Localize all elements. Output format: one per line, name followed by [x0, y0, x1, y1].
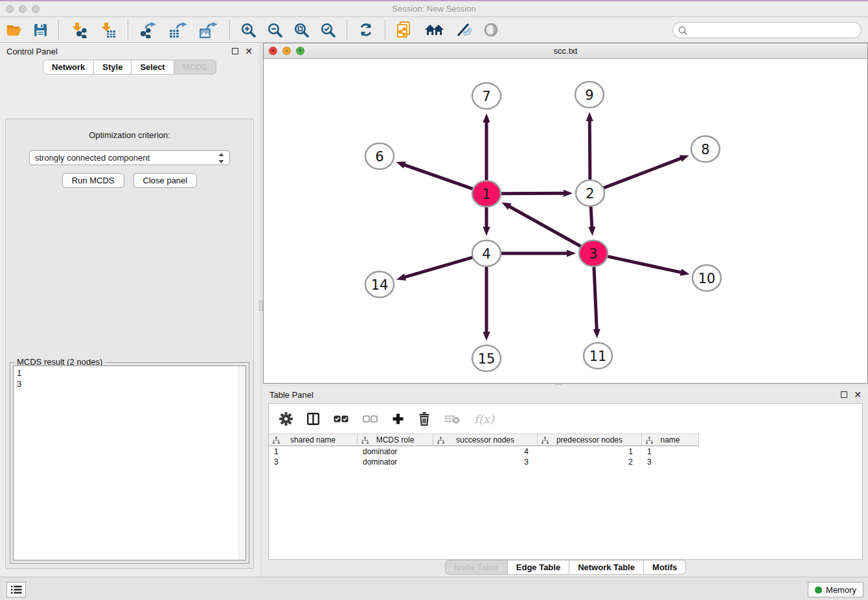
table-tab-node-table[interactable]: Node Table	[445, 560, 508, 575]
graph-node-6[interactable]: 6	[365, 143, 394, 169]
table-tabs: Node TableEdge TableNetwork TableMotifs	[263, 560, 868, 575]
zoom-out-icon[interactable]	[262, 19, 288, 41]
graph-node-1[interactable]: 1	[472, 181, 501, 207]
graph-edge-4-14[interactable]	[396, 257, 473, 281]
open-folder-icon[interactable]	[0, 19, 28, 41]
graph-node-15[interactable]: 15	[472, 345, 501, 371]
table-panel-title: Table Panel	[269, 390, 841, 400]
select-all-icon[interactable]	[334, 415, 348, 422]
delete-icon[interactable]	[418, 412, 430, 426]
list-icon	[11, 585, 22, 594]
mcds-result-text[interactable]: 1 3	[13, 365, 246, 560]
table-row[interactable]: 1dominator411	[269, 446, 862, 457]
float-panel-icon[interactable]	[841, 391, 847, 398]
graph-edge-3-1[interactable]	[502, 202, 581, 246]
new-network-from-selection-icon[interactable]	[391, 19, 418, 41]
table-tab-motifs[interactable]: Motifs	[644, 560, 686, 575]
graph-edge-1-6[interactable]	[396, 161, 473, 189]
search-input[interactable]	[691, 25, 861, 35]
columns-icon[interactable]	[307, 413, 319, 425]
graph-node-3[interactable]: 3	[579, 240, 608, 266]
zoom-selected-icon[interactable]	[315, 19, 341, 41]
graph-node-14[interactable]: 14	[365, 271, 394, 297]
graph-edge-3-11[interactable]	[593, 268, 600, 338]
column-header-shared-name[interactable]: shared name	[269, 434, 358, 445]
cell-predecessor-nodes[interactable]: 2	[538, 457, 642, 467]
graph-edge-2-9[interactable]	[586, 112, 593, 179]
svg-text:4: 4	[482, 246, 490, 262]
memory-button[interactable]: Memory	[808, 582, 863, 597]
home-icon[interactable]	[418, 19, 450, 41]
cell-shared-name[interactable]: 1	[269, 446, 358, 457]
column-header-predecessor-nodes[interactable]: predecessor nodes	[538, 434, 642, 445]
cell-successor-nodes[interactable]: 3	[433, 457, 538, 467]
cell-predecessor-nodes[interactable]: 1	[538, 446, 642, 457]
float-panel-icon[interactable]	[232, 48, 238, 54]
graph-node-7[interactable]: 7	[472, 83, 501, 109]
column-header-MCDS-role[interactable]: MCDS role	[358, 434, 433, 445]
graph-node-8[interactable]: 8	[691, 136, 720, 162]
graph-edge-1-4[interactable]	[483, 208, 490, 236]
optimization-criterion-select[interactable]: strongly connected component	[29, 150, 230, 165]
result-scrollbar[interactable]	[238, 366, 246, 560]
graph-edge-1-2[interactable]	[501, 190, 573, 197]
optimization-criterion-value: strongly connected component	[35, 153, 150, 163]
graph-node-11[interactable]: 11	[584, 343, 612, 369]
graph-node-10[interactable]: 10	[692, 265, 721, 291]
export-network-icon[interactable]	[133, 19, 163, 41]
table-row[interactable]: 3dominator323	[269, 457, 862, 467]
table-tab-edge-table[interactable]: Edge Table	[508, 560, 569, 575]
close-panel-button[interactable]: Close panel	[133, 173, 198, 188]
zoom-in-icon[interactable]	[235, 19, 262, 41]
graph-edge-2-8[interactable]	[604, 155, 689, 188]
close-panel-icon[interactable]: ✕	[245, 48, 253, 54]
column-header-name[interactable]: name	[642, 434, 699, 445]
column-header-successor-nodes[interactable]: successor nodes	[433, 434, 538, 445]
graph-node-9[interactable]: 9	[575, 82, 604, 108]
gear-icon[interactable]	[279, 412, 293, 426]
cell-shared-name[interactable]: 3	[269, 457, 358, 467]
graph-node-2[interactable]: 2	[576, 180, 604, 206]
show-icon[interactable]	[477, 19, 505, 41]
graph-edge-1-7[interactable]	[483, 113, 490, 179]
add-icon[interactable]	[392, 413, 404, 425]
control-panel-tabs: NetworkStyleSelectMCDS	[0, 60, 259, 75]
deselect-all-icon[interactable]	[363, 415, 378, 422]
function-builder-icon: f(x)	[474, 412, 494, 426]
export-image-icon[interactable]	[194, 19, 224, 41]
hide-icon[interactable]	[450, 19, 477, 41]
graph-edge-4-3[interactable]	[501, 249, 576, 257]
export-table-icon[interactable]	[163, 19, 194, 41]
network-window-titlebar[interactable]: × − + scc.txt	[264, 43, 867, 59]
tab-network[interactable]: Network	[43, 60, 94, 75]
log-console-button[interactable]	[6, 582, 26, 597]
import-table-icon[interactable]	[93, 19, 122, 41]
table-toolbar: f(x)	[269, 404, 862, 433]
search-field[interactable]	[672, 22, 862, 38]
network-canvas[interactable]: 7968124314101511	[264, 59, 867, 383]
refresh-icon[interactable]	[352, 19, 380, 41]
window-title: Session: New Session	[0, 4, 868, 14]
graph-node-4[interactable]: 4	[472, 240, 501, 266]
cell-MCDS-role[interactable]: dominator	[358, 457, 433, 467]
status-bar: Memory	[0, 577, 868, 600]
svg-text:3: 3	[589, 246, 597, 262]
cell-MCDS-role[interactable]: dominator	[358, 446, 433, 457]
import-network-icon[interactable]	[64, 19, 93, 41]
save-icon[interactable]	[28, 19, 53, 41]
table-header-row: shared nameMCDS rolesuccessor nodesprede…	[269, 433, 699, 446]
tab-mcds[interactable]: MCDS	[174, 60, 216, 75]
graph-edge-4-15[interactable]	[483, 268, 490, 341]
cell-successor-nodes[interactable]: 4	[433, 446, 538, 457]
graph-edge-3-10[interactable]	[607, 257, 689, 276]
run-mcds-button[interactable]: Run MCDS	[62, 173, 124, 188]
tab-style[interactable]: Style	[94, 60, 131, 75]
close-panel-icon[interactable]: ✕	[854, 391, 862, 398]
table-tab-network-table[interactable]: Network Table	[569, 560, 644, 575]
cell-name[interactable]: 3	[642, 457, 699, 467]
zoom-fit-icon[interactable]	[288, 19, 315, 41]
cell-name[interactable]: 1	[642, 446, 699, 457]
tab-select[interactable]: Select	[131, 60, 174, 75]
graph-edge-2-3[interactable]	[588, 207, 595, 236]
svg-text:8: 8	[701, 142, 709, 157]
